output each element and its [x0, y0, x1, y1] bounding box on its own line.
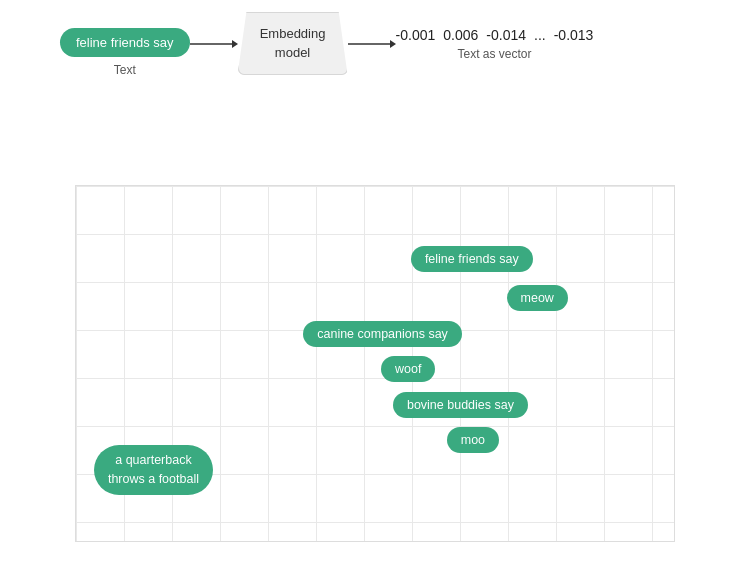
embedding-diagram: feline friends say Text Embeddingmodel -…: [60, 28, 690, 77]
vec-ellipsis: ...: [534, 27, 546, 43]
vec-1: -0.001: [396, 27, 436, 43]
chart-pill-woof: woof: [381, 356, 435, 382]
chart-pill-feline-friends: feline friends say: [411, 246, 533, 272]
vec-last: -0.013: [554, 27, 594, 43]
embedding-label: Embeddingmodel: [260, 25, 326, 61]
vector-label: Text as vector: [457, 47, 531, 61]
embedding-box: Embeddingmodel: [238, 12, 348, 74]
input-pill: feline friends say: [60, 28, 190, 57]
vector-values: -0.001 0.006 -0.014 ... -0.013: [396, 27, 594, 43]
vec-3: -0.014: [486, 27, 526, 43]
embedding-model-group: Embeddingmodel: [238, 12, 348, 74]
chart-pill-quarterback: a quarterbackthrows a football: [94, 445, 213, 495]
chart-pill-bovine-buddies: bovine buddies say: [393, 392, 528, 418]
arrow-1: [190, 37, 238, 51]
chart-pill-moo: moo: [447, 427, 499, 453]
arrow-2: [348, 37, 396, 51]
vec-2: 0.006: [443, 27, 478, 43]
embedding-chart: feline friends say meow canine companion…: [75, 185, 675, 542]
chart-pill-meow: meow: [507, 285, 568, 311]
input-group: feline friends say Text: [60, 28, 190, 77]
input-label: Text: [114, 63, 136, 77]
vector-group: -0.001 0.006 -0.014 ... -0.013 Text as v…: [396, 45, 594, 61]
chart-pill-canine-companions: canine companions say: [303, 321, 462, 347]
